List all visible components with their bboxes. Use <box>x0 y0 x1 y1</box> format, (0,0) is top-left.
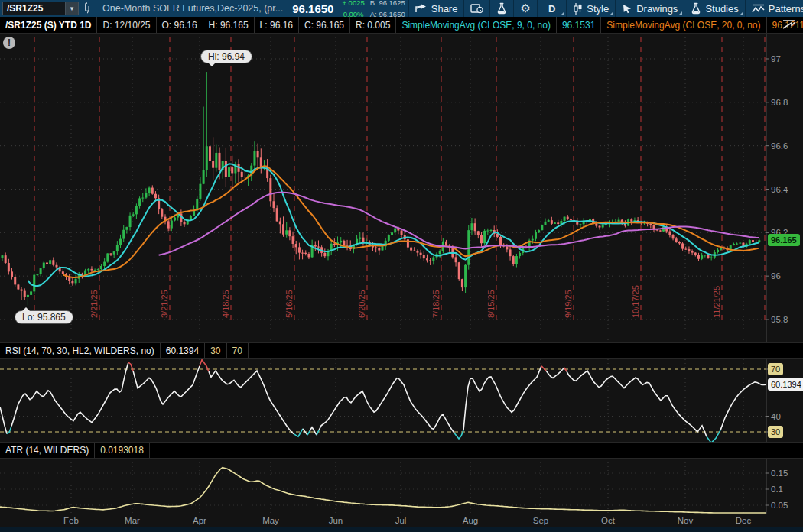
symbol-text[interactable]: /SR1Z25 <box>3 3 65 14</box>
month-label: Nov <box>678 516 693 525</box>
atr-study-label[interactable]: ATR (14, WILDERS) <box>0 443 95 458</box>
svg-text:5/16/25: 5/16/25 <box>284 290 294 318</box>
trading-chart-window: /SR1Z25 ▼ One-Month SOFR Futures,Dec-202… <box>0 0 803 532</box>
chart-settings-button[interactable]: ⚙ <box>514 0 536 17</box>
share-button[interactable]: Share <box>409 0 464 17</box>
last-price-bubble: 96.165 <box>768 234 800 246</box>
ohlc-cell: H: 96.165 <box>203 17 255 33</box>
svg-text:0.15: 0.15 <box>771 469 788 478</box>
low-annotation: Lo: 95.865 <box>15 311 73 323</box>
patterns-icon <box>752 3 765 14</box>
studies-button[interactable]: Studies <box>684 0 744 17</box>
month-label: Jun <box>329 516 343 525</box>
last-price: 96.1650 <box>289 0 340 17</box>
atr-line <box>0 468 766 513</box>
ohlc-cell: C: 96.165 <box>299 17 350 33</box>
svg-text:4/18/25: 4/18/25 <box>221 290 230 318</box>
sma9-study-label[interactable]: SimpleMovingAvg (CLOSE, 9, 0, no) <box>396 17 557 33</box>
svg-text:3/21/25: 3/21/25 <box>160 290 169 318</box>
expiration-date-lines: 2/21/253/21/254/18/255/16/256/20/257/18/… <box>34 37 765 321</box>
timeframe-button[interactable]: D <box>538 0 566 17</box>
corporate-events-button[interactable] <box>464 0 489 17</box>
ohlc-cell: R: 0.005 <box>350 17 396 33</box>
candlesticks <box>2 72 761 305</box>
ohlc-cell: L: 96.16 <box>255 17 299 33</box>
top-toolbar: /SR1Z25 ▼ One-Month SOFR Futures,Dec-202… <box>0 0 803 17</box>
overlay-simplemovingavg-long <box>159 193 759 255</box>
calendar-clock-icon <box>470 3 483 14</box>
svg-text:6/20/25: 6/20/25 <box>357 290 366 318</box>
month-gridlines <box>71 34 743 342</box>
gear-icon: ⚙ <box>520 2 530 15</box>
sma9-value: 96.1531 <box>557 17 601 33</box>
link-channel-button[interactable] <box>81 0 93 17</box>
rsi-value: 60.1394 <box>161 343 205 358</box>
month-label: Aug <box>463 516 478 525</box>
rsi-value-bubble: 60.1394 <box>768 378 803 391</box>
svg-text:96: 96 <box>771 271 781 281</box>
month-label: May <box>262 516 279 525</box>
price-change: +.0025 0.00% <box>340 0 366 17</box>
alert-icon[interactable]: ! <box>3 37 15 49</box>
rsi-oversold-param: 30 <box>205 343 226 358</box>
candlestick-icon <box>573 3 583 15</box>
share-icon <box>415 3 428 14</box>
rsi-panel[interactable]: 40 <box>0 359 803 442</box>
sma20-study-label[interactable]: SimpleMovingAvg (CLOSE, 20, 0, no) <box>601 17 766 33</box>
atr-panel[interactable]: 0.150.10.05 <box>0 459 803 514</box>
month-label: Oct <box>601 516 615 525</box>
month-label: Sep <box>533 516 548 525</box>
ohlc-cells: D: 12/10/25O: 96.16H: 96.165L: 96.16C: 9… <box>97 17 396 33</box>
atr-header: ATR (14, WILDERS) 0.0193018 <box>0 442 803 459</box>
instrument-description: One-Month SOFR Futures,Dec-2025, (pr... <box>93 0 289 17</box>
change-value: +.0025 <box>342 0 364 7</box>
maximize-chart-button[interactable] <box>782 18 797 33</box>
month-gridlines <box>71 359 743 442</box>
flask-icon <box>496 2 507 15</box>
atr-value: 0.0193018 <box>95 443 150 458</box>
svg-text:0.1: 0.1 <box>771 485 783 494</box>
svg-text:96.4: 96.4 <box>771 185 788 194</box>
month-label: Mar <box>125 516 140 525</box>
rsi-study-label[interactable]: RSI (14, 70, 30, HL2, WILDERS, no) <box>0 343 161 358</box>
svg-text:97: 97 <box>771 54 781 63</box>
main-price-chart[interactable]: 2/21/253/21/254/18/255/16/256/20/257/18/… <box>0 34 803 342</box>
svg-text:10/17/25: 10/17/25 <box>631 285 640 318</box>
bid-value: B: 96.1625 <box>370 0 405 7</box>
symbol-dropdown-button[interactable]: ▼ <box>65 2 78 15</box>
flask-icon <box>691 2 701 15</box>
rsi-oversold-bubble: 30 <box>768 426 783 438</box>
svg-text:40: 40 <box>771 412 781 421</box>
symbol-input[interactable]: /SR1Z25 ▼ <box>2 2 79 15</box>
link-icon <box>83 2 92 15</box>
ohlc-cell: O: 96.16 <box>157 17 203 33</box>
svg-text:7/18/25: 7/18/25 <box>431 290 441 318</box>
svg-text:96.6: 96.6 <box>771 141 788 151</box>
drawings-button[interactable]: Drawings <box>616 0 684 17</box>
svg-text:8/15/25: 8/15/25 <box>486 290 496 318</box>
bottom-edge-strip <box>0 527 803 532</box>
line-chart-icon <box>782 18 797 31</box>
month-label: Apr <box>193 516 206 525</box>
bid-ask: B: 96.1625 A: 96.1650 <box>367 0 408 17</box>
style-button[interactable]: Style <box>567 0 615 17</box>
ohlc-cell: D: 12/10/25 <box>97 17 156 33</box>
cursor-icon <box>622 3 632 14</box>
svg-text:0.05: 0.05 <box>771 501 788 510</box>
rsi-overbought-param: 70 <box>227 343 249 358</box>
time-axis[interactable]: FebMarAprMayJunJulAugSepOctNovDec <box>0 514 803 527</box>
svg-text:9/19/25: 9/19/25 <box>564 290 573 318</box>
chart-title: /SR1Z25 (S) YTD 1D <box>0 17 97 33</box>
month-label: Dec <box>736 516 751 525</box>
status-row: /SR1Z25 (S) YTD 1D D: 12/10/25O: 96.16H:… <box>0 17 803 34</box>
svg-text:2/21/25: 2/21/25 <box>89 290 99 318</box>
atr-axis: 0.150.10.05 <box>766 459 788 514</box>
rsi-line <box>0 360 766 442</box>
svg-text:96.8: 96.8 <box>771 98 788 107</box>
month-label: Feb <box>63 516 79 525</box>
svg-text:95.8: 95.8 <box>771 315 788 324</box>
rsi-overbought-bubble: 70 <box>768 363 783 375</box>
patterns-button[interactable]: Patterns <box>746 0 803 17</box>
tests-button[interactable] <box>490 0 513 17</box>
month-label: Jul <box>395 516 407 525</box>
